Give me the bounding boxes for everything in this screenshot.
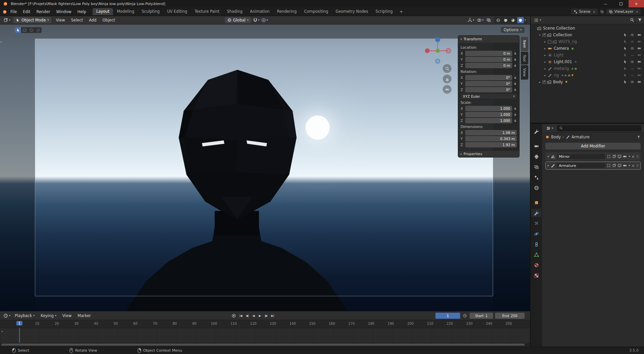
modifier-expand-arrow[interactable]: ▸ (548, 164, 549, 167)
visibility-toggle[interactable] (630, 67, 634, 71)
rotation-field[interactable]: 0° (465, 87, 512, 92)
viewport-menu-item[interactable]: Add (86, 16, 99, 24)
outliner-editor-type-button[interactable]: ▾ (533, 17, 542, 23)
location-field[interactable]: 0 m (465, 51, 512, 56)
camera-view-button[interactable] (443, 85, 451, 94)
timeline-menu-item[interactable]: View▾ (59, 312, 74, 320)
menu-item[interactable]: Window (53, 8, 74, 16)
properties-tab[interactable] (531, 127, 541, 135)
lock-icon[interactable] (514, 107, 517, 110)
outliner-row[interactable]: ▾ Collection (531, 32, 644, 38)
render-visibility-toggle[interactable] (637, 60, 641, 64)
selectable-toggle[interactable] (623, 67, 627, 71)
modifier-panel[interactable]: ▸ Mirror ▾ × ⠿ (545, 152, 641, 161)
properties-tab[interactable] (531, 152, 541, 161)
menu-item[interactable]: File (7, 8, 20, 16)
properties-search-input[interactable] (557, 125, 641, 131)
rotation-field[interactable]: 0° (465, 81, 512, 86)
viewport-menu-item[interactable]: View (53, 16, 68, 24)
timeline-menu-item[interactable]: Keying▾ (38, 312, 59, 320)
render-visibility-toggle[interactable] (637, 73, 641, 77)
properties-tab[interactable] (531, 251, 541, 259)
outliner-item-name[interactable]: Body (553, 80, 563, 84)
menu-item[interactable]: Help (74, 8, 89, 16)
scene-unlink-icon[interactable]: × (593, 10, 595, 13)
render-visibility-toggle[interactable] (637, 46, 641, 50)
outliner-filter-icon[interactable] (638, 18, 642, 22)
3d-viewport[interactable]: ▸ Options▾ ▾Transform Location: X 0 m (0, 25, 530, 311)
workspace-tab[interactable]: Sculpting (138, 8, 163, 15)
selectable-toggle[interactable] (623, 80, 627, 84)
timeline-menu-item[interactable]: Marker▾ (74, 312, 94, 320)
location-field[interactable]: 0 m (465, 63, 512, 68)
frame-end-field[interactable]: End250 (495, 313, 525, 319)
editor-type-button[interactable]: ▾ (2, 17, 12, 23)
outliner-item-name[interactable]: Light.001 (554, 59, 572, 64)
restore-button[interactable] (613, 0, 629, 7)
properties-tab[interactable] (531, 271, 541, 279)
workspace-tab[interactable]: Texture Paint (191, 8, 223, 15)
modifier-delete-button[interactable]: × (632, 164, 634, 168)
outliner-item-name[interactable]: metarig (554, 66, 569, 71)
viewlayer-selector[interactable]: ViewLayer × (606, 9, 641, 14)
outliner-row[interactable]: ▸ Light.001 ☀ (531, 58, 644, 65)
outliner-item-name[interactable]: Scene Collection (543, 26, 575, 31)
collection-checkbox[interactable] (548, 40, 551, 44)
visibility-toggle[interactable] (630, 53, 634, 57)
breadcrumb-data[interactable]: Armature (572, 135, 590, 139)
modifier-panel[interactable]: ▸ Armature ▾ × ⠿ (545, 162, 641, 170)
menu-item[interactable]: Edit (20, 8, 33, 16)
render-toggle[interactable] (623, 154, 627, 159)
zoom-button[interactable] (443, 64, 451, 73)
render-visibility-toggle[interactable] (637, 40, 641, 44)
selectable-toggle[interactable] (623, 40, 627, 44)
outliner-row[interactable]: ▸ rig ≡◆●▼ (531, 72, 644, 79)
show-gizmo-toggle[interactable]: ▾ (468, 18, 474, 23)
frame-start-field[interactable]: Start1 (470, 313, 493, 319)
shading-dropdown[interactable]: ▾ (525, 19, 526, 21)
visibility-toggle[interactable] (630, 60, 634, 64)
render-visibility-toggle[interactable] (637, 67, 641, 71)
properties-tab[interactable] (531, 219, 541, 227)
shading-wireframe-button[interactable] (495, 17, 502, 23)
lock-icon[interactable] (514, 76, 517, 79)
render-toggle[interactable] (623, 164, 627, 168)
toolbar-expand-arrow[interactable]: ▸ (1, 40, 2, 43)
selectable-toggle[interactable] (623, 46, 627, 50)
auto-keying-toggle[interactable] (231, 313, 236, 318)
outliner-item-name[interactable]: WGTS_rig (558, 39, 577, 44)
transport-button[interactable]: |◀ (238, 313, 244, 319)
dimension-field[interactable]: 0.343 m (465, 136, 517, 141)
lock-icon[interactable] (514, 82, 517, 85)
minimize-button[interactable]: — (598, 0, 613, 7)
properties-tab[interactable] (531, 198, 541, 207)
timeline-ruler[interactable]: 1020304050607080901001101201301401501601… (0, 320, 530, 328)
transport-button[interactable]: ▶ (257, 313, 263, 319)
outliner-item-name[interactable]: rig (554, 73, 559, 78)
current-frame-field[interactable]: 1 (435, 313, 460, 319)
visibility-toggle[interactable] (630, 73, 634, 77)
sidebar-tab[interactable]: View (521, 65, 528, 80)
shading-solid-button[interactable] (502, 17, 509, 23)
timeline-editor-type-button[interactable]: ▾ (2, 313, 12, 319)
transform-panel-header[interactable]: ▾Transform (458, 36, 519, 43)
show-overlays-toggle[interactable]: ▾ (477, 18, 484, 23)
blender-menu-icon[interactable] (2, 9, 7, 14)
expand-toggle[interactable]: ▸ (543, 60, 547, 63)
viewport-menu-item[interactable]: Select (68, 16, 86, 24)
modifier-extras-dropdown[interactable]: ▾ (629, 164, 630, 167)
properties-panel-header[interactable]: ▸Properties (458, 150, 519, 157)
timeline-track-area[interactable]: ▸ (0, 328, 530, 343)
outliner-item-name[interactable]: Camera (554, 46, 569, 51)
scene-selector[interactable]: Scene × (571, 9, 598, 14)
transport-button[interactable]: |▶ (263, 313, 269, 319)
xray-toggle[interactable] (486, 18, 491, 23)
outliner-row[interactable]: ▸ metarig ◆● (531, 65, 644, 72)
scale-field[interactable]: 1.000 (465, 118, 512, 123)
visibility-toggle[interactable] (630, 33, 634, 37)
workspace-tab[interactable]: Layout (93, 8, 113, 15)
collection-checkbox[interactable] (542, 33, 546, 37)
snapping-toggle[interactable]: ▾ (253, 18, 260, 23)
outliner-row[interactable]: ▸ Light (531, 52, 644, 58)
modifier-name-field[interactable]: Armature (557, 163, 605, 168)
